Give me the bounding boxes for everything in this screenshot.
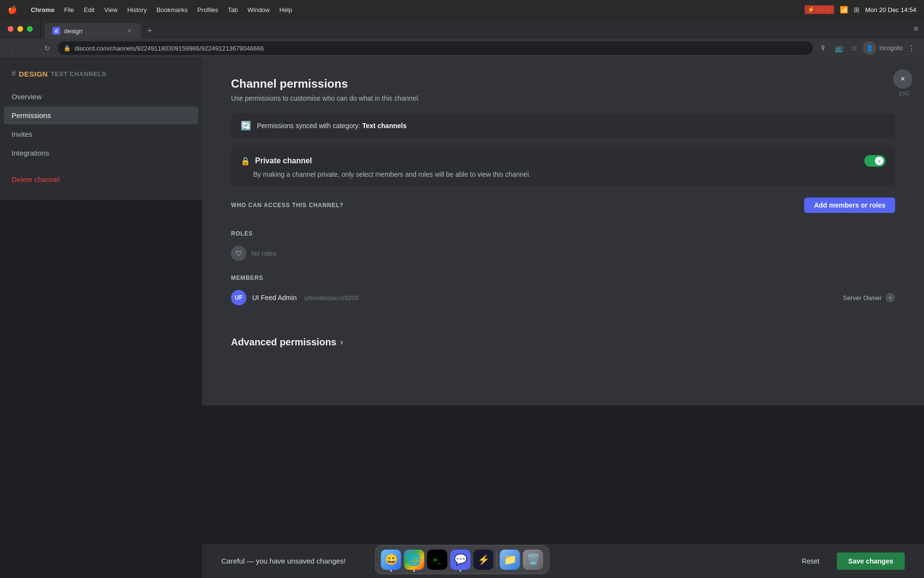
wifi-icon: 📶 [840, 6, 848, 13]
chrome-icon: 🌐 [407, 553, 422, 566]
back-button[interactable]: ‹ [6, 41, 19, 55]
hash-symbol: # [12, 69, 16, 78]
remove-member-button[interactable]: × [886, 293, 895, 302]
access-section-title: WHO CAN ACCESS THIS CHANNEL? [231, 202, 344, 209]
no-roles-label: No roles [251, 250, 276, 257]
menu-view[interactable]: View [100, 5, 121, 14]
menu-file[interactable]: File [60, 5, 78, 14]
dock-dot-discord [460, 570, 462, 572]
finder-icon: 😀 [385, 553, 398, 566]
private-channel-title: 🔒 Private channel [241, 157, 312, 166]
browser-options-icon[interactable]: ⋮ [905, 41, 918, 55]
member-tag: uifeedtestacc#8205 [305, 294, 359, 302]
tab-favicon: d [52, 27, 60, 35]
sidebar-channel-name: DESIGN [19, 70, 48, 78]
battery-icon: ⚡ 00:51 [805, 5, 834, 14]
mic-icon[interactable]: 🎙 [817, 41, 830, 55]
discord-icon: 💬 [454, 553, 467, 566]
dock-dot-finder [390, 570, 392, 572]
dock-terminal[interactable]: >_ [427, 550, 448, 570]
members-section-label: MEMBERS [231, 275, 895, 281]
private-channel-header: 🔒 Private channel [241, 155, 886, 167]
window-close-button[interactable] [8, 26, 13, 32]
roles-section-label: ROLES [231, 230, 895, 237]
folder-icon: 📁 [503, 553, 516, 566]
mac-clock: Mon 20 Dec 14:54 [865, 6, 916, 13]
new-tab-button[interactable]: + [143, 24, 156, 38]
delete-channel-button[interactable]: Delete channel [4, 171, 198, 188]
app-name[interactable]: Chrome [27, 5, 58, 14]
menu-tab[interactable]: Tab [224, 5, 242, 14]
dock-folder[interactable]: 📁 [500, 550, 520, 570]
window-minimize-button[interactable] [17, 26, 23, 32]
member-avatar: UF [231, 290, 246, 305]
sync-text: Permissions synced with category: Text c… [257, 122, 407, 130]
chevron-right-icon: › [340, 337, 343, 347]
server-owner-badge: Server Owner [843, 294, 882, 302]
menu-help[interactable]: Help [276, 5, 296, 14]
tab-title: design [64, 27, 122, 35]
dock-chrome[interactable]: 🌐 [404, 550, 424, 570]
menu-window[interactable]: Window [244, 5, 273, 14]
member-role-area: Server Owner × [843, 293, 895, 302]
sidebar-item-integrations[interactable]: Integrations [4, 144, 198, 162]
sidebar-item-overview[interactable]: Overview [4, 88, 198, 105]
sidebar-item-permissions[interactable]: Permissions [4, 106, 198, 124]
forward-button[interactable]: › [23, 41, 37, 55]
add-members-roles-button[interactable]: Add members or roles [804, 197, 895, 213]
trash-icon: 🗑️ [526, 553, 539, 566]
reload-button[interactable]: ↻ [40, 41, 54, 55]
sidebar-item-invites[interactable]: Invites [4, 125, 198, 143]
browser-nav-right: 🎙 📺 ☆ 👤 Incognito ⋮ [817, 41, 918, 55]
private-channel-label: Private channel [255, 157, 312, 165]
member-name: UI Feed Admin [252, 294, 297, 302]
menu-profiles[interactable]: Profiles [193, 5, 222, 14]
channel-settings-sidebar: # DESIGN TEXT CHANNELS Overview Permissi… [0, 58, 202, 200]
unsaved-changes-bar: Careful — you have unsaved changes! Rese… [202, 543, 924, 578]
url-text: discord.com/channels/922491180309159986/… [75, 45, 807, 52]
dock-topnotch[interactable]: ⚡ [474, 550, 494, 570]
discord-main-area: # DESIGN TEXT CHANNELS Overview Permissi… [0, 58, 924, 406]
member-row: UF UI Feed Admin uifeedtestacc#8205 Serv… [231, 286, 895, 309]
browser-menu-icon[interactable]: ≡ [914, 25, 918, 33]
sync-text-before: Permissions synced with category: [257, 122, 362, 130]
incognito-icon: 👤 [863, 41, 876, 55]
mac-topbar: 🍎 Chrome File Edit View History Bookmark… [0, 0, 924, 19]
dock-trash[interactable]: 🗑️ [523, 550, 543, 570]
private-channel-card: 🔒 Private channel By making a channel pr… [231, 147, 895, 186]
private-channel-toggle[interactable] [864, 155, 886, 167]
no-roles-row: 🛡 No roles [231, 242, 895, 265]
close-button[interactable]: × [893, 69, 912, 89]
main-content-area: × ESC Channel permissions Use permission… [202, 58, 924, 406]
dock-finder[interactable]: 😀 [381, 550, 401, 570]
shield-icon: 🛡 [231, 246, 246, 261]
avatar-initials: UF [235, 294, 243, 301]
private-channel-description: By making a channel private, only select… [241, 171, 886, 178]
control-center-icon[interactable]: ⊞ [854, 6, 860, 13]
active-tab[interactable]: d design × [45, 23, 141, 39]
menu-bookmarks[interactable]: Bookmarks [153, 5, 192, 14]
star-icon[interactable]: ☆ [847, 41, 861, 55]
mac-menu-bar: Chrome File Edit View History Bookmarks … [27, 5, 296, 14]
menu-edit[interactable]: Edit [80, 5, 98, 14]
bottom-spacer [231, 348, 895, 386]
terminal-icon: >_ [433, 556, 441, 564]
reset-button[interactable]: Reset [794, 553, 827, 569]
apple-menu[interactable]: 🍎 [8, 5, 17, 14]
window-maximize-button[interactable] [27, 26, 33, 32]
browser-nav-bar: ‹ › ↻ 🔒 discord.com/channels/92249118030… [0, 39, 924, 58]
dock-dot-chrome [413, 570, 415, 572]
address-bar[interactable]: 🔒 discord.com/channels/92249118030915998… [58, 41, 813, 55]
close-icon: × [900, 75, 905, 83]
menu-history[interactable]: History [123, 5, 150, 14]
cast-icon[interactable]: 📺 [832, 41, 846, 55]
advanced-permissions-link[interactable]: Advanced permissions › [231, 337, 895, 348]
page-title: Channel permissions [231, 77, 895, 91]
sync-notice: 🔄 Permissions synced with category: Text… [231, 114, 895, 138]
page-subtitle: Use permissions to customise who can do … [231, 94, 895, 102]
access-section-header: WHO CAN ACCESS THIS CHANNEL? Add members… [231, 197, 895, 213]
tab-close-button[interactable]: × [126, 27, 133, 35]
dock-discord[interactable]: 💬 [450, 550, 471, 570]
save-changes-button[interactable]: Save changes [837, 552, 905, 570]
advanced-permissions-label: Advanced permissions [231, 337, 336, 348]
